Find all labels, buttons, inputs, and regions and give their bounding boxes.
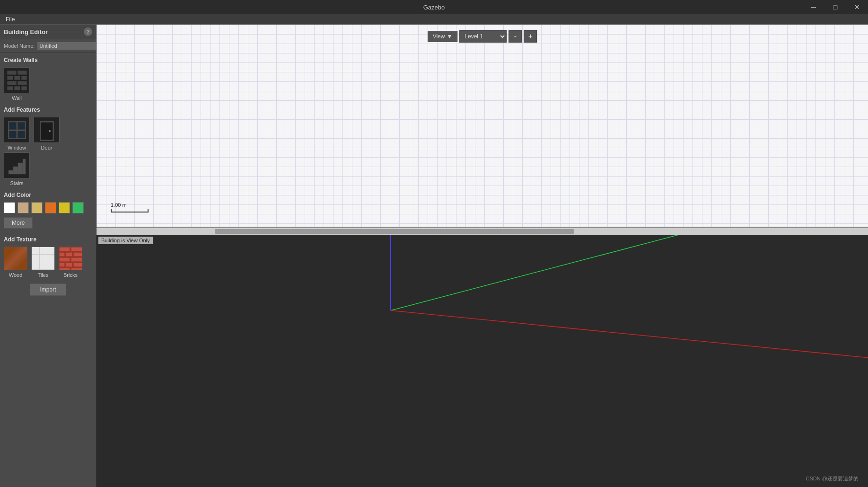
svg-line-42 xyxy=(391,235,679,310)
titlebar: Gazebo ─ □ ✕ xyxy=(0,0,868,14)
ruler-label: 1.00 m xyxy=(111,202,149,208)
file-menu[interactable]: File xyxy=(2,14,18,24)
wall-label: Wall xyxy=(12,95,22,101)
titlebar-controls: ─ □ ✕ xyxy=(803,0,868,14)
color-orange[interactable] xyxy=(45,202,56,213)
texture-grid: Wood Tiles xyxy=(0,245,96,280)
svg-rect-15 xyxy=(9,123,16,129)
close-button[interactable]: ✕ xyxy=(846,0,868,14)
window-label: Window xyxy=(8,145,26,151)
svg-rect-26 xyxy=(18,163,23,174)
svg-point-22 xyxy=(49,130,51,132)
help-button[interactable]: ? xyxy=(84,27,92,36)
svg-rect-34 xyxy=(59,257,70,262)
wood-icon xyxy=(4,247,27,270)
view-button[interactable]: View ▼ xyxy=(428,31,458,42)
svg-rect-35 xyxy=(71,257,82,262)
wall-svg xyxy=(6,69,28,92)
restore-button[interactable]: □ xyxy=(824,0,846,14)
window-tool[interactable]: Window xyxy=(4,117,30,151)
color-white[interactable] xyxy=(4,202,15,213)
sidebar-title: Building Editor xyxy=(4,28,48,35)
svg-rect-30 xyxy=(71,247,82,251)
top-view[interactable]: View ▼ Level 1 Level 2 Level 3 - + 1.00 … xyxy=(96,25,868,228)
minimize-button[interactable]: ─ xyxy=(803,0,824,14)
add-features-title: Add Features xyxy=(0,103,96,115)
bottom-3d-view[interactable]: Building is View Only CSDN @还是要追梦的 xyxy=(96,235,868,487)
create-walls-title: Create Walls xyxy=(0,53,96,65)
svg-line-43 xyxy=(391,310,868,367)
tiles-label: Tiles xyxy=(38,272,49,278)
svg-rect-36 xyxy=(59,263,65,267)
add-color-title: Add Color xyxy=(0,188,96,200)
bricks-label: Bricks xyxy=(63,272,78,278)
bricks-texture-item[interactable]: Bricks xyxy=(59,247,82,278)
svg-rect-2 xyxy=(18,71,27,75)
watermark: CSDN @还是要追梦的 xyxy=(806,475,859,482)
svg-rect-9 xyxy=(14,86,20,90)
ruler-bar xyxy=(111,209,149,213)
door-label: Door xyxy=(41,145,53,151)
svg-rect-7 xyxy=(18,81,27,85)
svg-rect-10 xyxy=(21,86,27,90)
h-scroll-thumb[interactable] xyxy=(215,229,574,234)
svg-rect-39 xyxy=(59,268,70,270)
door-svg xyxy=(35,119,58,142)
create-walls-grid: Wall xyxy=(0,65,96,103)
bricks-icon xyxy=(59,247,82,270)
level-select[interactable]: Level 1 Level 2 Level 3 xyxy=(459,30,507,43)
sidebar-header: Building Editor ? xyxy=(0,25,96,39)
level-plus-button[interactable]: + xyxy=(524,30,537,43)
color-yellow[interactable] xyxy=(59,202,70,213)
color-swatches xyxy=(0,200,96,215)
tiles-icon xyxy=(31,247,55,270)
svg-rect-24 xyxy=(9,170,13,174)
svg-rect-1 xyxy=(7,71,17,75)
wall-tool[interactable]: Wall xyxy=(4,67,30,101)
wall-icon xyxy=(4,67,30,93)
stairs-grid: Stairs xyxy=(0,152,96,188)
app-title: Gazebo xyxy=(423,4,445,11)
color-tan[interactable] xyxy=(31,202,43,213)
model-name-row: Model Name: xyxy=(0,39,96,53)
import-button[interactable]: Import xyxy=(30,283,66,296)
model-name-input[interactable] xyxy=(37,42,96,50)
color-green[interactable] xyxy=(72,202,84,213)
stairs-label: Stairs xyxy=(10,180,23,186)
svg-rect-31 xyxy=(59,252,65,257)
svg-rect-17 xyxy=(9,131,16,138)
canvas-area: View ▼ Level 1 Level 2 Level 3 - + 1.00 … xyxy=(96,25,868,487)
wood-label: Wood xyxy=(9,272,23,278)
svg-rect-4 xyxy=(14,76,20,80)
add-texture-title: Add Texture xyxy=(0,232,96,245)
menubar: File xyxy=(0,14,868,25)
add-features-grid: Window Door xyxy=(0,115,96,152)
model-name-label: Model Name: xyxy=(4,43,35,49)
window-svg xyxy=(6,119,28,142)
svg-rect-16 xyxy=(18,123,25,129)
svg-rect-29 xyxy=(59,247,70,251)
more-button[interactable]: More xyxy=(4,217,33,229)
horizontal-scrollbar[interactable] xyxy=(96,228,868,235)
svg-rect-33 xyxy=(73,252,82,257)
tiles-texture-item[interactable]: Tiles xyxy=(31,247,55,278)
level-minus-button[interactable]: - xyxy=(509,30,522,43)
stairs-icon xyxy=(4,152,30,178)
main-layout: Building Editor ? Model Name: Create Wal… xyxy=(0,25,868,487)
svg-rect-32 xyxy=(66,252,72,257)
svg-rect-8 xyxy=(7,86,13,90)
stairs-tool[interactable]: Stairs xyxy=(4,152,30,186)
door-tool[interactable]: Door xyxy=(34,117,60,151)
svg-rect-37 xyxy=(66,263,72,267)
window-icon xyxy=(4,117,30,143)
door-icon xyxy=(34,117,60,143)
bricks-svg xyxy=(59,247,82,270)
wood-texture-item[interactable]: Wood xyxy=(4,247,27,278)
stairs-svg xyxy=(6,154,28,177)
scale-ruler: 1.00 m xyxy=(111,202,149,213)
svg-rect-5 xyxy=(21,76,27,80)
color-beige[interactable] xyxy=(18,202,29,213)
svg-rect-38 xyxy=(73,263,82,267)
svg-rect-6 xyxy=(7,81,17,85)
view-toolbar: View ▼ Level 1 Level 2 Level 3 - + xyxy=(428,30,537,43)
